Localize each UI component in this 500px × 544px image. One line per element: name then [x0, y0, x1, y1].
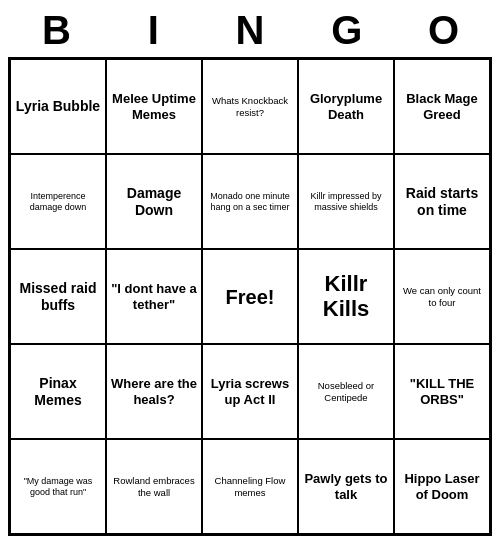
bingo-cell-3: Gloryplume Death	[298, 59, 394, 154]
bingo-cell-11: "I dont have a tether"	[106, 249, 202, 344]
bingo-grid: Lyria BubbleMelee Uptime MemesWhats Knoc…	[8, 57, 492, 536]
bingo-cell-9: Raid starts on time	[394, 154, 490, 249]
title-b: B	[16, 8, 96, 53]
bingo-cell-0: Lyria Bubble	[10, 59, 106, 154]
bingo-cell-13: Killr Kills	[298, 249, 394, 344]
bingo-cell-6: Damage Down	[106, 154, 202, 249]
title-o: O	[404, 8, 484, 53]
bingo-cell-20: "My damage was good that run"	[10, 439, 106, 534]
bingo-cell-15: Pinax Memes	[10, 344, 106, 439]
bingo-cell-19: "KILL THE ORBS"	[394, 344, 490, 439]
bingo-cell-18: Nosebleed or Centipede	[298, 344, 394, 439]
title-i: I	[113, 8, 193, 53]
bingo-cell-22: Channeling Flow memes	[202, 439, 298, 534]
bingo-cell-1: Melee Uptime Memes	[106, 59, 202, 154]
bingo-cell-2: Whats Knockback resist?	[202, 59, 298, 154]
bingo-cell-10: Missed raid buffs	[10, 249, 106, 344]
bingo-cell-5: Intemperence damage down	[10, 154, 106, 249]
title-g: G	[307, 8, 387, 53]
bingo-cell-17: Lyria screws up Act II	[202, 344, 298, 439]
bingo-cell-23: Pawly gets to talk	[298, 439, 394, 534]
bingo-cell-12: Free!	[202, 249, 298, 344]
bingo-cell-8: Killr impressed by massive shields	[298, 154, 394, 249]
bingo-title: B I N G O	[8, 8, 492, 53]
bingo-cell-16: Where are the heals?	[106, 344, 202, 439]
bingo-cell-14: We can only count to four	[394, 249, 490, 344]
bingo-cell-7: Monado one minute hang on a sec timer	[202, 154, 298, 249]
title-n: N	[210, 8, 290, 53]
bingo-cell-21: Rowland embraces the wall	[106, 439, 202, 534]
bingo-cell-24: Hippo Laser of Doom	[394, 439, 490, 534]
bingo-cell-4: Black Mage Greed	[394, 59, 490, 154]
